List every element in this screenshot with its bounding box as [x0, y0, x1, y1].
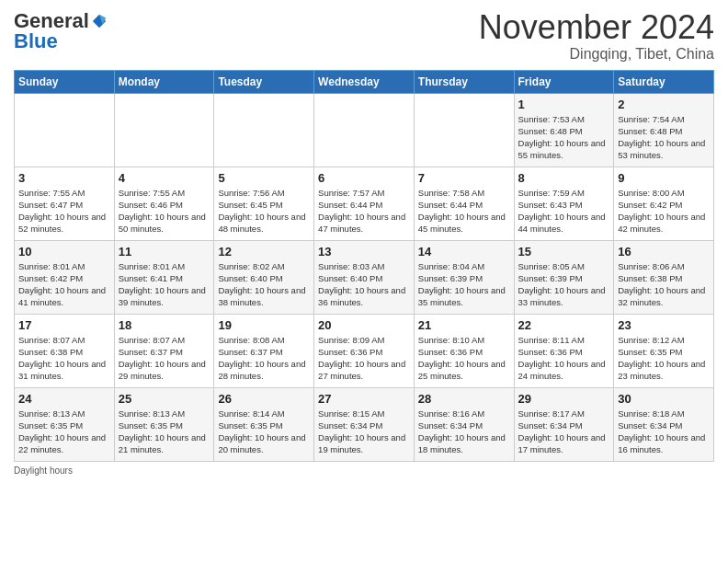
day-number: 20: [318, 318, 410, 332]
day-info: Sunrise: 7:58 AM Sunset: 6:44 PM Dayligh…: [418, 187, 510, 236]
day-cell: 23Sunrise: 8:12 AM Sunset: 6:35 PM Dayli…: [614, 314, 714, 387]
main-container: General Blue November 2024 Dingqing, Tib…: [0, 0, 728, 480]
day-cell: 2Sunrise: 7:54 AM Sunset: 6:48 PM Daylig…: [614, 93, 714, 167]
title-section: November 2024 Dingqing, Tibet, China: [479, 9, 714, 63]
logo-blue: Blue: [14, 29, 58, 53]
day-cell: 1Sunrise: 7:53 AM Sunset: 6:48 PM Daylig…: [514, 93, 614, 167]
day-number: 3: [18, 171, 110, 185]
day-cell: 10Sunrise: 8:01 AM Sunset: 6:42 PM Dayli…: [15, 240, 115, 314]
day-info: Sunrise: 8:17 AM Sunset: 6:34 PM Dayligh…: [518, 408, 610, 456]
day-number: 10: [18, 245, 110, 259]
week-row-4: 17Sunrise: 8:07 AM Sunset: 6:38 PM Dayli…: [15, 314, 714, 387]
day-cell: 22Sunrise: 8:11 AM Sunset: 6:36 PM Dayli…: [514, 314, 614, 387]
day-cell: 25Sunrise: 8:13 AM Sunset: 6:35 PM Dayli…: [114, 387, 214, 461]
day-number: 29: [518, 392, 610, 406]
week-row-5: 24Sunrise: 8:13 AM Sunset: 6:35 PM Dayli…: [15, 387, 714, 461]
day-cell: 4Sunrise: 7:55 AM Sunset: 6:46 PM Daylig…: [114, 167, 214, 240]
day-info: Sunrise: 8:16 AM Sunset: 6:34 PM Dayligh…: [418, 408, 510, 456]
day-info: Sunrise: 8:07 AM Sunset: 6:38 PM Dayligh…: [18, 334, 110, 383]
day-info: Sunrise: 8:11 AM Sunset: 6:36 PM Dayligh…: [518, 334, 610, 383]
day-number: 9: [618, 171, 710, 185]
day-info: Sunrise: 8:10 AM Sunset: 6:36 PM Dayligh…: [418, 334, 510, 383]
week-row-1: 1Sunrise: 7:53 AM Sunset: 6:48 PM Daylig…: [15, 93, 714, 167]
day-number: 1: [518, 98, 610, 111]
day-info: Sunrise: 8:09 AM Sunset: 6:36 PM Dayligh…: [318, 334, 410, 383]
day-cell: 16Sunrise: 8:06 AM Sunset: 6:38 PM Dayli…: [614, 240, 714, 314]
header-cell-friday: Friday: [514, 70, 614, 93]
day-info: Sunrise: 8:00 AM Sunset: 6:42 PM Dayligh…: [618, 187, 710, 236]
day-number: 30: [618, 392, 710, 406]
day-cell: 5Sunrise: 7:56 AM Sunset: 6:45 PM Daylig…: [214, 167, 314, 240]
header-cell-thursday: Thursday: [414, 70, 514, 93]
day-number: 15: [518, 245, 610, 259]
day-cell: 30Sunrise: 8:18 AM Sunset: 6:34 PM Dayli…: [614, 387, 714, 461]
day-cell: 27Sunrise: 8:15 AM Sunset: 6:34 PM Dayli…: [314, 387, 415, 461]
day-info: Sunrise: 7:53 AM Sunset: 6:48 PM Dayligh…: [518, 113, 610, 162]
day-info: Sunrise: 8:18 AM Sunset: 6:34 PM Dayligh…: [618, 408, 710, 456]
day-number: 12: [218, 245, 310, 259]
day-cell: 26Sunrise: 8:14 AM Sunset: 6:35 PM Dayli…: [214, 387, 314, 461]
day-cell: 15Sunrise: 8:05 AM Sunset: 6:39 PM Dayli…: [514, 240, 614, 314]
month-title: November 2024: [479, 9, 714, 46]
day-number: 25: [119, 392, 210, 406]
location: Dingqing, Tibet, China: [479, 46, 714, 63]
day-info: Sunrise: 8:06 AM Sunset: 6:38 PM Dayligh…: [618, 260, 710, 309]
day-cell: [114, 93, 214, 167]
day-info: Sunrise: 7:59 AM Sunset: 6:43 PM Dayligh…: [518, 187, 610, 236]
day-number: 4: [119, 171, 210, 185]
day-number: 27: [318, 392, 410, 406]
day-cell: 8Sunrise: 7:59 AM Sunset: 6:43 PM Daylig…: [514, 167, 614, 240]
day-info: Sunrise: 8:14 AM Sunset: 6:35 PM Dayligh…: [218, 408, 310, 456]
day-info: Sunrise: 8:07 AM Sunset: 6:37 PM Dayligh…: [119, 334, 210, 383]
header-cell-wednesday: Wednesday: [314, 70, 415, 93]
day-number: 28: [418, 392, 510, 406]
day-info: Sunrise: 8:15 AM Sunset: 6:34 PM Dayligh…: [318, 408, 410, 456]
day-info: Sunrise: 7:57 AM Sunset: 6:44 PM Dayligh…: [318, 187, 410, 236]
day-number: 7: [418, 171, 510, 185]
header-cell-saturday: Saturday: [614, 70, 714, 93]
calendar-body: 1Sunrise: 7:53 AM Sunset: 6:48 PM Daylig…: [15, 93, 714, 461]
day-info: Sunrise: 8:04 AM Sunset: 6:39 PM Dayligh…: [418, 260, 510, 309]
day-info: Sunrise: 7:56 AM Sunset: 6:45 PM Dayligh…: [218, 187, 310, 236]
day-number: 6: [318, 171, 410, 185]
day-info: Sunrise: 7:54 AM Sunset: 6:48 PM Dayligh…: [618, 113, 710, 162]
day-number: 17: [18, 318, 110, 332]
day-cell: [15, 93, 115, 167]
day-number: 13: [318, 245, 410, 259]
day-info: Sunrise: 8:01 AM Sunset: 6:41 PM Dayligh…: [119, 260, 210, 309]
day-number: 16: [618, 245, 710, 259]
calendar-table: SundayMondayTuesdayWednesdayThursdayFrid…: [14, 70, 714, 462]
day-number: 2: [618, 98, 710, 111]
day-cell: 13Sunrise: 8:03 AM Sunset: 6:40 PM Dayli…: [314, 240, 415, 314]
day-number: 8: [518, 171, 610, 185]
day-info: Sunrise: 8:05 AM Sunset: 6:39 PM Dayligh…: [518, 260, 610, 309]
calendar-header: SundayMondayTuesdayWednesdayThursdayFrid…: [15, 70, 714, 93]
day-cell: 12Sunrise: 8:02 AM Sunset: 6:40 PM Dayli…: [214, 240, 314, 314]
day-info: Sunrise: 8:13 AM Sunset: 6:35 PM Dayligh…: [119, 408, 210, 456]
header-row: SundayMondayTuesdayWednesdayThursdayFrid…: [15, 70, 714, 93]
day-number: 11: [119, 245, 210, 259]
header-cell-monday: Monday: [114, 70, 214, 93]
week-row-2: 3Sunrise: 7:55 AM Sunset: 6:47 PM Daylig…: [15, 167, 714, 240]
day-info: Sunrise: 7:55 AM Sunset: 6:46 PM Dayligh…: [119, 187, 210, 236]
header-cell-sunday: Sunday: [15, 70, 115, 93]
day-cell: 18Sunrise: 8:07 AM Sunset: 6:37 PM Dayli…: [114, 314, 214, 387]
day-info: Sunrise: 8:12 AM Sunset: 6:35 PM Dayligh…: [618, 334, 710, 383]
day-cell: 28Sunrise: 8:16 AM Sunset: 6:34 PM Dayli…: [414, 387, 514, 461]
week-row-3: 10Sunrise: 8:01 AM Sunset: 6:42 PM Dayli…: [15, 240, 714, 314]
header: General Blue November 2024 Dingqing, Tib…: [14, 9, 714, 63]
header-cell-tuesday: Tuesday: [214, 70, 314, 93]
footer: Daylight hours: [14, 465, 714, 476]
day-cell: 11Sunrise: 8:01 AM Sunset: 6:41 PM Dayli…: [114, 240, 214, 314]
logo: General Blue: [14, 9, 108, 53]
day-number: 21: [418, 318, 510, 332]
logo-icon: [91, 13, 108, 29]
day-info: Sunrise: 8:01 AM Sunset: 6:42 PM Dayligh…: [18, 260, 110, 309]
day-cell: 21Sunrise: 8:10 AM Sunset: 6:36 PM Dayli…: [414, 314, 514, 387]
day-cell: 20Sunrise: 8:09 AM Sunset: 6:36 PM Dayli…: [314, 314, 415, 387]
day-cell: 24Sunrise: 8:13 AM Sunset: 6:35 PM Dayli…: [15, 387, 115, 461]
day-number: 19: [218, 318, 310, 332]
day-cell: 14Sunrise: 8:04 AM Sunset: 6:39 PM Dayli…: [414, 240, 514, 314]
day-cell: [414, 93, 514, 167]
day-number: 26: [218, 392, 310, 406]
